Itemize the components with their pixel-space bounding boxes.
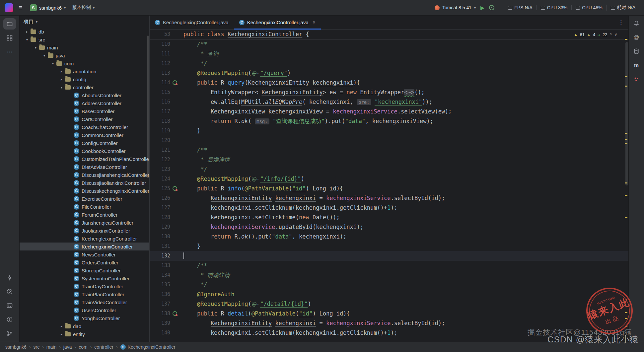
chevron-right-icon[interactable]: ▸ <box>58 332 65 336</box>
line-number[interactable]: 121 <box>150 145 179 155</box>
tree-item-DiscusskechengxinxiController[interactable]: CDiscusskechengxinxiController <box>20 187 149 195</box>
tree-item-CartController[interactable]: CCartController <box>20 115 149 123</box>
tree-item-src[interactable]: ▾src <box>20 35 149 43</box>
tree-item-DietAdviseController[interactable]: CDietAdviseController <box>20 163 149 171</box>
code-line-128[interactable]: 128 kechengxinxi.setClicktime(new Date()… <box>150 213 628 222</box>
code-line-133[interactable]: 133 /** <box>150 261 628 270</box>
tree-item-entity[interactable]: ▸entity <box>20 330 149 338</box>
project-panel-header[interactable]: 项目 ▾ <box>20 16 149 28</box>
line-number[interactable]: 125 <box>150 184 179 193</box>
code-line-112[interactable]: 112 */ <box>150 59 628 68</box>
line-number[interactable]: 120 <box>150 136 179 145</box>
tree-item-CookbookController[interactable]: CCookbookController <box>20 147 149 155</box>
inspection-mark[interactable] <box>625 195 627 196</box>
tree-item-KechengxinxiController[interactable]: CKechengxinxiController <box>20 243 149 250</box>
line-number[interactable]: 114 <box>150 78 179 88</box>
code-line-121[interactable]: 121 /** <box>150 145 628 155</box>
tree-item-JiaolianxinxiController[interactable]: CJiaolianxinxiController <box>20 227 149 235</box>
code-line-119[interactable]: 119 } <box>150 126 628 136</box>
settings-icon[interactable] <box>489 5 494 10</box>
code-line-135[interactable]: 135 */ <box>150 280 628 290</box>
code-line-125[interactable]: 125 public R info(@PathVariable("id") Lo… <box>150 184 628 193</box>
project-tree-scrollbar[interactable] <box>147 35 149 178</box>
tree-item-AddressController[interactable]: CAddressController <box>20 99 149 107</box>
chevron-right-icon[interactable]: ▸ <box>58 70 65 73</box>
tree-item-DiscussjianshenqicaiController[interactable]: CDiscussjianshenqicaiController <box>20 171 149 179</box>
line-number[interactable]: 139 <box>150 318 179 328</box>
chevron-down-icon[interactable]: ▾ <box>24 38 31 41</box>
tab-KechengleixingController.java[interactable]: CKechengleixingController.java <box>150 16 234 29</box>
line-number[interactable]: 140 <box>150 328 179 338</box>
run-configuration-selector[interactable]: Tomcat 8.5.41 ▾ <box>435 5 476 10</box>
code-editor[interactable]: 53public class KechengxinxiController { … <box>150 30 628 342</box>
tree-item-annotation[interactable]: ▸annotation <box>20 67 149 75</box>
line-number[interactable]: 136 <box>150 290 179 299</box>
tree-item-main[interactable]: ▾main <box>20 43 149 51</box>
breadcrumb-item[interactable]: src <box>33 344 39 350</box>
structure-toolwindow-button[interactable] <box>3 32 16 43</box>
problems-toolwindow-button[interactable] <box>3 314 16 325</box>
chevron-down-icon[interactable]: ▾ <box>58 86 65 89</box>
tree-item-java[interactable]: ▾java <box>20 51 149 59</box>
line-number[interactable]: 117 <box>150 107 179 116</box>
line-number[interactable]: 132 <box>150 251 179 261</box>
line-number[interactable]: 124 <box>150 174 179 184</box>
tree-item-YonghuController[interactable]: CYonghuController <box>20 314 149 322</box>
project-toolwindow-button[interactable] <box>3 18 16 30</box>
line-number[interactable]: 137 <box>150 299 179 309</box>
tree-item-FileController[interactable]: CFileController <box>20 203 149 211</box>
tab-options-icon[interactable]: ⋮ <box>618 19 624 26</box>
breadcrumb-item[interactable]: com <box>79 344 87 350</box>
tree-item-SystemintroController[interactable]: CSystemintroController <box>20 274 149 282</box>
tree-item-CommonController[interactable]: CCommonController <box>20 131 149 139</box>
line-number[interactable]: 112 <box>150 59 179 68</box>
code-line-117[interactable]: 117 KechengxinxiView kechengxinxiView = … <box>150 107 628 116</box>
line-number[interactable]: 131 <box>150 242 179 251</box>
tree-item-CoachChatController[interactable]: CCoachChatController <box>20 123 149 131</box>
code-line-124[interactable]: 124 @RequestMapping(▾"/info/{id}") <box>150 174 628 184</box>
line-number[interactable]: 129 <box>150 222 179 232</box>
breadcrumb-item[interactable]: CKechengxinxiController <box>120 344 176 350</box>
run-toolwindow-button[interactable] <box>3 286 16 297</box>
line-number[interactable]: 138 <box>150 309 179 318</box>
breadcrumb-item[interactable]: main <box>46 344 56 350</box>
tree-item-TrainDayController[interactable]: CTrainDayController <box>20 282 149 290</box>
close-icon[interactable]: × <box>313 20 316 26</box>
hamburger-menu-icon[interactable]: ≡ <box>18 4 23 12</box>
more-toolwindows-button[interactable]: ⋯ <box>3 46 16 57</box>
code-line-53[interactable]: 53public class KechengxinxiController { <box>150 30 628 39</box>
prev-issue-icon[interactable]: ^ <box>609 32 612 37</box>
terminal-toolwindow-button[interactable] <box>3 300 16 311</box>
request-mapping-gutter-icon[interactable] <box>173 186 177 191</box>
commit-toolwindow-button[interactable] <box>3 272 16 283</box>
tree-item-OrdersController[interactable]: COrdersController <box>20 258 149 266</box>
inspection-mark[interactable] <box>625 217 627 218</box>
url-globe-icon[interactable]: ▾ <box>252 69 259 78</box>
mentions-button[interactable]: @ <box>631 33 642 42</box>
request-mapping-gutter-icon[interactable] <box>173 311 177 316</box>
code-line-132[interactable]: 132 <box>150 251 628 261</box>
tab-KechengxinxiController.java[interactable]: CKechengxinxiController.java× <box>234 16 321 29</box>
code-line-118[interactable]: 118 return R.ok( msg: "查询课程信息成功").put("d… <box>150 116 628 126</box>
maven-toolwindow-button[interactable]: m <box>631 61 642 70</box>
database-toolwindow-button[interactable] <box>631 47 642 56</box>
code-line-111[interactable]: 111 * 查询 <box>150 49 628 59</box>
chevron-down-icon[interactable]: ▾ <box>41 54 48 57</box>
line-number[interactable]: 53 <box>150 30 179 39</box>
next-issue-icon[interactable]: v <box>614 32 617 37</box>
tree-item-TrainPlanController[interactable]: CTrainPlanController <box>20 290 149 298</box>
line-number[interactable]: 115 <box>150 88 179 97</box>
inspections-widget[interactable]: ▲ 61 ▲ 4 ≈ 22 ^ v <box>572 31 619 38</box>
chevron-right-icon[interactable]: ▸ <box>58 324 65 328</box>
tree-item-config[interactable]: ▸config <box>20 75 149 83</box>
code-line-113[interactable]: 113 @RequestMapping(▾"/query") <box>150 68 628 78</box>
code-line-131[interactable]: 131 } <box>150 242 628 251</box>
line-number[interactable]: 127 <box>150 203 179 213</box>
notifications-button[interactable] <box>631 19 642 28</box>
tree-item-KechengleixingController[interactable]: CKechengleixingController <box>20 235 149 243</box>
line-number[interactable]: 133 <box>150 261 179 270</box>
code-line-120[interactable]: 120 <box>150 136 628 145</box>
run-button[interactable]: ▶ <box>480 5 484 11</box>
project-selector[interactable]: S ssmbgnk6 ▾ <box>28 3 68 13</box>
line-number[interactable]: 110 <box>150 39 179 49</box>
